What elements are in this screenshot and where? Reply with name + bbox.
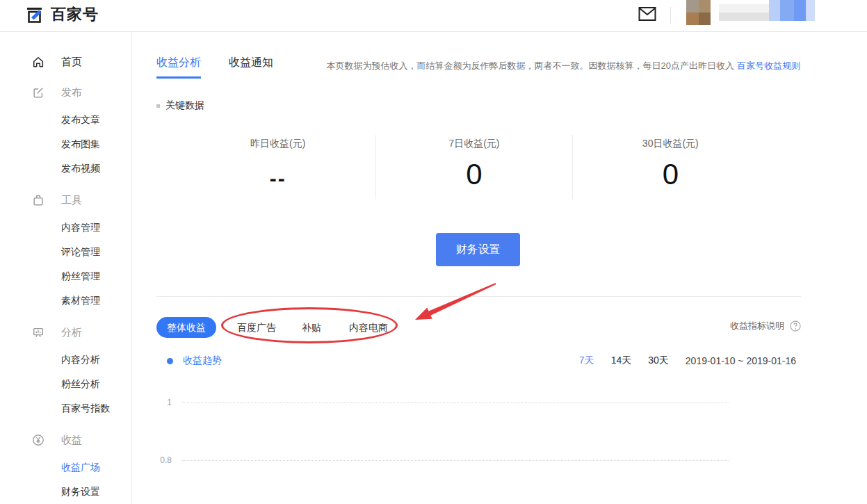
avatar-mosaic-cell — [686, 0, 699, 13]
range-14d[interactable]: 14天 — [611, 355, 632, 367]
trend-range-controls: 7天 14天 30天 2019-01-10 ~ 2019-01-16 — [579, 355, 796, 367]
filter-content-ecommerce[interactable]: 内容电商 — [349, 317, 388, 338]
analysis-board-icon — [32, 326, 44, 339]
sidebar-item-label: 首页 — [61, 56, 82, 69]
chart-gridline-row: 0.8 — [132, 455, 867, 465]
user-name-blurred[interactable] — [719, 4, 769, 21]
baijiahao-logo[interactable]: 百家号 — [25, 4, 99, 25]
logo-text: 百家号 — [51, 4, 99, 25]
y-axis-tick-label: 1 — [146, 398, 172, 407]
avatar-mosaic-cell — [686, 13, 699, 25]
yuan-circle-icon — [32, 434, 44, 446]
top-header: 百家号 — [0, 0, 867, 32]
stat-value: 0 — [573, 160, 768, 189]
sidebar-item-label: 财务设置 — [61, 486, 100, 498]
sidebar-item-label: 素材管理 — [61, 295, 100, 307]
publish-icon — [32, 86, 44, 99]
filter-overall-income[interactable]: 整体收益 — [156, 317, 216, 338]
sidebar-item-label: 收益 — [61, 434, 82, 447]
sidebar-item-label: 发布 — [61, 86, 82, 99]
sidebar-item-label: 粉丝分析 — [61, 378, 100, 391]
main-content: 收益分析 收益通知 本页数据为预估收入，而结算金额为反作弊后数据，两者不一致。因… — [132, 32, 867, 504]
date-range-label: 2019-01-10 ~ 2019-01-16 — [686, 355, 796, 366]
toolbox-icon — [32, 194, 44, 206]
sidebar-item-label: 工具 — [61, 194, 82, 207]
sidebar-item-baijiahao-index[interactable]: 百家号指数 — [0, 396, 131, 421]
sidebar-section-tools[interactable]: 工具 — [0, 185, 131, 216]
sidebar-item-income-plaza[interactable]: 收益广场 — [0, 455, 131, 480]
sidebar-item-fans-analysis[interactable]: 粉丝分析 — [0, 372, 131, 396]
sidebar-nav: 首页 发布 发布文章 发布图集 发布视频 工具 内容管理 评论管理 粉丝管理 素… — [0, 32, 132, 504]
stat-value: -- — [180, 168, 375, 189]
header-divider — [670, 7, 671, 24]
sidebar-section-publish[interactable]: 发布 — [0, 77, 131, 108]
income-metrics-help[interactable]: 收益指标说明 — [730, 320, 801, 332]
sidebar-item-fans-mgmt[interactable]: 粉丝管理 — [0, 264, 131, 288]
page-notice: 本页数据为预估收入，而结算金额为反作弊后数据，两者不一致。因数据核算，每日20点… — [327, 60, 800, 72]
sidebar-item-label: 发布图集 — [61, 138, 100, 151]
filter-baidu-ads[interactable]: 百度广告 — [237, 317, 276, 338]
stat-label: 7日收益(元) — [376, 138, 572, 150]
home-icon — [32, 56, 44, 68]
sidebar-item-label: 收益广场 — [61, 462, 100, 474]
sidebar-item-label: 评论管理 — [61, 246, 100, 259]
sidebar-item-home[interactable]: 首页 — [0, 47, 131, 77]
dotted-gridline — [182, 403, 729, 403]
sidebar-section-income[interactable]: 收益 — [0, 425, 131, 455]
avatar-mosaic-cell — [699, 13, 711, 25]
mail-icon[interactable] — [638, 6, 656, 22]
range-7d[interactable]: 7天 — [579, 355, 594, 367]
dotted-gridline — [182, 460, 729, 461]
legend-dot-icon — [167, 358, 173, 364]
notice-text: 本页数据为预估收入，而结算金额为反作弊后数据，两者不一致。因数据核算，每日20点… — [327, 60, 734, 71]
help-label: 收益指标说明 — [730, 320, 784, 332]
stat-label: 昨日收益(元) — [180, 138, 375, 150]
trend-legend: 收益趋势 — [167, 355, 222, 367]
filter-subsidy[interactable]: 补贴 — [302, 317, 321, 338]
sidebar-item-publish-gallery[interactable]: 发布图集 — [0, 132, 131, 156]
square-bullet-icon — [156, 104, 160, 108]
sidebar-item-content-analysis[interactable]: 内容分析 — [0, 348, 131, 372]
question-circle-icon[interactable] — [790, 320, 801, 332]
tab-income-notice[interactable]: 收益通知 — [229, 56, 273, 76]
sidebar-item-label: 百家号指数 — [61, 403, 110, 415]
sidebar-section-analysis[interactable]: 分析 — [0, 317, 131, 348]
stat-30day-income: 30日收益(元) 0 — [572, 135, 768, 199]
key-data-section-header: 关键数据 — [156, 99, 204, 112]
tab-income-analysis[interactable]: 收益分析 — [156, 56, 201, 79]
stat-label: 30日收益(元) — [573, 138, 768, 150]
stat-7day-income: 7日收益(元) 0 — [375, 135, 572, 199]
section-title: 关键数据 — [165, 99, 204, 112]
finance-settings-button[interactable]: 财务设置 — [436, 233, 520, 266]
key-data-stats: 昨日收益(元) -- 7日收益(元) 0 30日收益(元) 0 — [180, 135, 768, 199]
range-30d[interactable]: 30天 — [648, 355, 669, 367]
baijiahao-logo-icon — [25, 6, 44, 24]
y-axis-tick-label: 0.8 — [146, 455, 172, 465]
sidebar-item-comment-mgmt[interactable]: 评论管理 — [0, 240, 131, 264]
user-avatar-blurred[interactable] — [686, 0, 711, 25]
sidebar-item-label: 内容分析 — [61, 354, 100, 366]
avatar-mosaic-cell — [699, 0, 711, 13]
sidebar-item-publish-video[interactable]: 发布视频 — [0, 156, 131, 181]
stat-yesterday-income: 昨日收益(元) -- — [180, 135, 375, 199]
sidebar-item-label: 内容管理 — [61, 222, 100, 234]
section-divider — [156, 296, 801, 297]
sidebar-item-label: 粉丝管理 — [61, 270, 100, 283]
stat-value: 0 — [376, 160, 572, 189]
sidebar-item-label: 发布视频 — [61, 163, 100, 175]
trend-legend-label[interactable]: 收益趋势 — [183, 355, 222, 367]
sidebar-item-label: 分析 — [61, 326, 82, 339]
sidebar-item-label: 发布文章 — [61, 114, 100, 127]
sidebar-item-publish-article[interactable]: 发布文章 — [0, 108, 131, 132]
sidebar-item-finance-settings[interactable]: 财务设置 — [0, 480, 131, 504]
sidebar-item-material-mgmt[interactable]: 素材管理 — [0, 288, 131, 313]
user-badge-blurred[interactable] — [769, 0, 815, 21]
sidebar-item-content-mgmt[interactable]: 内容管理 — [0, 216, 131, 240]
income-rules-link[interactable]: 百家号收益规则 — [737, 60, 800, 71]
chart-gridline-row: 1 — [132, 398, 867, 407]
